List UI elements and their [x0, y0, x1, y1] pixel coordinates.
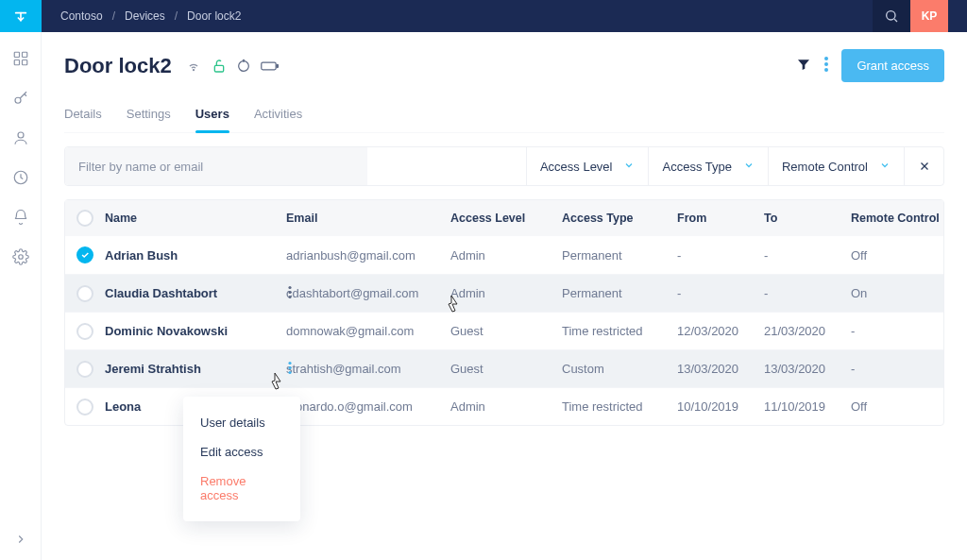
row-checkbox[interactable] [76, 323, 93, 340]
grant-access-button[interactable]: Grant access [841, 49, 944, 82]
key-icon[interactable] [8, 85, 34, 111]
column-remote[interactable]: Remote Control [851, 212, 943, 225]
svg-point-7 [18, 255, 23, 260]
tab-users[interactable]: Users [195, 99, 229, 132]
filter-icon[interactable] [796, 57, 811, 75]
chevron-down-icon [743, 160, 755, 174]
svg-point-18 [288, 290, 291, 293]
cell-level: Admin [450, 399, 562, 414]
bell-icon[interactable] [8, 204, 34, 230]
svg-point-15 [824, 62, 828, 66]
breadcrumb-separator: / [175, 9, 178, 23]
column-from[interactable]: From [677, 212, 764, 225]
cell-name: Claudia Dashtabort [105, 286, 286, 300]
cell-remote: - [851, 362, 943, 376]
cell-type: Permanent [562, 286, 677, 300]
avatar[interactable]: KP [910, 0, 948, 32]
page-title: Door lock2 [64, 54, 172, 78]
svg-point-9 [193, 69, 194, 70]
row-checkbox[interactable] [76, 361, 93, 378]
svg-point-8 [887, 11, 895, 20]
breadcrumb-item[interactable]: Door lock2 [187, 9, 241, 23]
row-checkbox[interactable] [76, 246, 93, 263]
more-options-icon[interactable] [824, 57, 828, 75]
svg-rect-3 [22, 60, 26, 65]
svg-point-14 [824, 57, 828, 60]
svg-rect-2 [14, 60, 19, 65]
cell-email: cdashtabort@gmail.com [286, 286, 450, 300]
cell-level: Guest [450, 362, 562, 376]
cell-remote: Off [851, 248, 943, 263]
svg-point-5 [18, 132, 24, 138]
cell-from: 13/03/2020 [677, 362, 764, 376]
svg-rect-1 [22, 52, 26, 57]
dropdown-label: Access Type [662, 160, 731, 174]
wifi-icon [185, 59, 202, 73]
cell-type: Time restricted [562, 399, 677, 414]
row-checkbox[interactable] [76, 285, 93, 302]
breadcrumb-item[interactable]: Contoso [60, 9, 103, 23]
lock-open-icon [212, 59, 227, 74]
users-icon[interactable] [8, 125, 34, 151]
cell-remote: On [851, 286, 943, 300]
access-level-dropdown[interactable]: Access Level [526, 147, 649, 185]
search-button[interactable] [873, 0, 910, 32]
column-email[interactable]: Email [286, 212, 450, 225]
cell-level: Admin [450, 248, 562, 263]
cell-remote: Off [851, 399, 943, 414]
svg-point-17 [288, 285, 291, 288]
row-context-menu: User details Edit access Remove access [183, 397, 300, 521]
cell-to: 13/03/2020 [764, 362, 851, 376]
edit-access-menu-item[interactable]: Edit access [183, 437, 300, 467]
svg-point-19 [288, 295, 291, 297]
column-name[interactable]: Name [105, 212, 286, 225]
filter-input[interactable] [65, 147, 367, 185]
svg-point-11 [238, 60, 248, 71]
gear-icon[interactable] [8, 244, 34, 270]
svg-point-4 [15, 97, 21, 103]
cell-type: Custom [562, 362, 677, 376]
column-to[interactable]: To [764, 212, 851, 225]
row-more-icon[interactable] [288, 285, 292, 301]
svg-point-20 [288, 361, 291, 364]
tab-details[interactable]: Details [64, 99, 102, 132]
tab-settings[interactable]: Settings [127, 99, 171, 132]
clear-filters-button[interactable] [904, 147, 943, 185]
svg-rect-10 [214, 65, 223, 72]
cell-type: Time restricted [562, 324, 677, 338]
cell-email: domnowak@gmail.com [286, 324, 450, 338]
cell-name: Dominic Novakowski [105, 324, 286, 338]
select-all-checkbox[interactable] [76, 210, 93, 227]
column-level[interactable]: Access Level [450, 212, 562, 225]
column-type[interactable]: Access Type [562, 212, 677, 225]
svg-point-22 [288, 370, 291, 373]
table-row[interactable]: Jeremi Strahtishstrahtish@gmail.comGuest… [65, 349, 943, 387]
breadcrumb-item[interactable]: Devices [125, 9, 165, 23]
remote-control-dropdown[interactable]: Remote Control [768, 147, 904, 185]
tab-activities[interactable]: Activities [254, 99, 302, 132]
cell-name: Jeremi Strahtish [105, 362, 286, 376]
cell-name: Adrian Bush [105, 248, 286, 263]
svg-rect-0 [14, 52, 19, 57]
cell-level: Admin [450, 286, 562, 300]
table-row[interactable]: Dominic Novakowskidomnowak@gmail.comGues… [65, 312, 943, 349]
cell-type: Permanent [562, 248, 677, 263]
dashboard-icon[interactable] [8, 45, 34, 72]
user-details-menu-item[interactable]: User details [183, 408, 300, 437]
cell-email: strahtish@gmail.com [286, 362, 450, 376]
svg-point-21 [288, 365, 291, 368]
collapse-toggle[interactable] [14, 521, 27, 560]
cell-level: Guest [450, 324, 562, 338]
cell-email: adrianbush@gmail.com [286, 248, 450, 263]
remove-access-menu-item[interactable]: Remove access [183, 467, 300, 510]
table-row[interactable]: Claudia Dashtabortcdashtabort@gmail.comA… [65, 274, 943, 312]
access-type-dropdown[interactable]: Access Type [648, 147, 767, 185]
row-checkbox[interactable] [76, 399, 93, 416]
chevron-down-icon [879, 160, 891, 174]
table-row[interactable]: Adrian Bushadrianbush@gmail.comAdminPerm… [65, 236, 943, 274]
cell-from: - [677, 248, 764, 263]
svg-rect-13 [277, 64, 279, 67]
clock-icon[interactable] [8, 164, 34, 191]
row-more-icon[interactable] [288, 361, 292, 377]
app-logo[interactable] [0, 0, 42, 32]
